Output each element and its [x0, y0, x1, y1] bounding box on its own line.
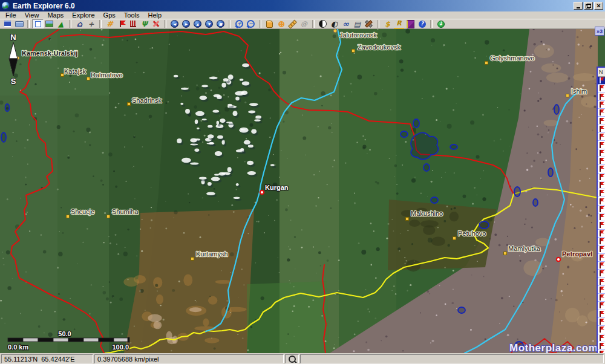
city-label: Shumiha	[112, 208, 139, 215]
menu-gps[interactable]: Gps	[99, 11, 120, 19]
app-globe-icon	[2, 2, 10, 10]
search-button[interactable]: ∞	[340, 19, 352, 28]
home-button[interactable]: ⌂	[74, 19, 85, 28]
placemark-item[interactable]	[598, 334, 605, 342]
placemark-item[interactable]	[598, 245, 605, 253]
menu-explore[interactable]: Explore	[68, 11, 99, 19]
placemark-item[interactable]	[598, 85, 605, 93]
placemark-item[interactable]	[598, 270, 605, 278]
print-button[interactable]	[13, 19, 25, 28]
add-city-button[interactable]	[127, 19, 139, 28]
placemark-item[interactable]	[598, 254, 605, 262]
pan-down-button[interactable]: ▼	[203, 19, 215, 28]
update-button[interactable]	[435, 19, 446, 28]
view-2d-button[interactable]	[32, 19, 44, 28]
city-marker	[87, 77, 90, 80]
add-route-button[interactable]: +	[85, 19, 97, 28]
view-3d-button[interactable]: ▲	[55, 19, 67, 28]
map-canvas[interactable]: Kamensk-UralskijKatajskDalmatovoShadrins…	[0, 29, 605, 353]
placemark-item[interactable]	[598, 197, 605, 205]
measure-button[interactable]	[287, 19, 298, 28]
view-image-icon	[44, 19, 54, 28]
grid-button[interactable]: #	[104, 19, 116, 28]
placemark-item[interactable]	[598, 230, 605, 238]
zoom-in-button[interactable]	[234, 19, 245, 28]
pan-left-button[interactable]: ◀	[169, 19, 180, 28]
title-bar[interactable]: Earth Explorer 6.0 ×	[0, 0, 605, 11]
add-railway-button[interactable]	[150, 19, 162, 28]
print-icon	[14, 19, 24, 28]
city-label: Katajsk	[64, 68, 87, 75]
placemark-item[interactable]	[598, 93, 605, 101]
menu-tools[interactable]: Tools	[120, 11, 144, 19]
placemark-item[interactable]	[598, 310, 605, 318]
add-flag-button[interactable]	[116, 19, 127, 28]
placemark-item[interactable]	[598, 165, 605, 173]
register-button[interactable]: R	[393, 19, 405, 28]
save-icon	[2, 19, 13, 28]
placemark-item[interactable]	[598, 294, 605, 302]
close-button[interactable]: ×	[594, 2, 603, 10]
placemark-item[interactable]	[598, 342, 605, 350]
pan-hand-button[interactable]	[264, 19, 275, 28]
placemark-item[interactable]	[598, 238, 605, 245]
restore-button[interactable]	[584, 2, 593, 10]
address-book-button[interactable]	[405, 19, 416, 28]
view-image-button[interactable]	[44, 19, 55, 28]
status-empty-cell	[300, 354, 604, 363]
placemark-item[interactable]	[598, 262, 605, 270]
placemark-item[interactable]	[598, 278, 605, 285]
placemark-item[interactable]	[598, 302, 605, 310]
menu-help[interactable]: Help	[143, 11, 166, 19]
placemark-item[interactable]	[598, 221, 605, 229]
contrast-button[interactable]: ◐	[329, 19, 340, 28]
placemark-item[interactable]	[598, 77, 605, 85]
placemark-item[interactable]	[598, 189, 605, 197]
pan-up-button[interactable]: ▲	[192, 19, 203, 28]
placemark-item[interactable]	[598, 157, 605, 165]
panel-collapse-icon[interactable]: »3	[595, 27, 604, 36]
currency-button[interactable]: $	[382, 19, 393, 28]
placemark-item[interactable]	[598, 149, 605, 157]
menu-file[interactable]: File	[1, 11, 21, 19]
placemark-item[interactable]	[598, 117, 605, 125]
placemark-item[interactable]	[598, 174, 605, 181]
flag-icon	[599, 230, 604, 236]
flag-icon	[599, 302, 604, 308]
placemark-item[interactable]	[598, 133, 605, 141]
help-button[interactable]	[416, 19, 428, 28]
placemark-item[interactable]	[598, 213, 605, 221]
placemark-item[interactable]	[598, 181, 605, 189]
status-bar: 55.11213'N 65.42442'E 0.39705688 km/pixe…	[0, 353, 605, 364]
pan-right-button[interactable]: ▶	[180, 19, 192, 28]
placemark-item[interactable]	[598, 101, 605, 109]
placemark-item[interactable]	[598, 109, 605, 117]
zoom-out-button[interactable]	[245, 19, 257, 28]
menu-view[interactable]: View	[21, 11, 44, 19]
placemark-panel[interactable]: N	[597, 67, 605, 364]
status-zoom-button[interactable]	[285, 354, 299, 363]
stop-button[interactable]: ■	[215, 19, 226, 28]
yin-yang-icon	[318, 19, 328, 28]
pan-up-icon: ▲	[194, 20, 201, 28]
placemark-item[interactable]	[598, 318, 605, 326]
placemark-item[interactable]	[598, 286, 605, 294]
flag-icon	[599, 294, 604, 301]
placemark-item[interactable]	[598, 125, 605, 133]
placemark-item[interactable]	[598, 206, 605, 213]
placemark-item[interactable]	[598, 326, 605, 334]
map-viewport[interactable]: Kamensk-UralskijKatajskDalmatovoShadrins…	[0, 29, 605, 353]
spiral-button[interactable]: @	[298, 19, 310, 28]
tools-button[interactable]	[363, 19, 374, 28]
menu-maps[interactable]: Maps	[43, 11, 68, 19]
yin-yang-button[interactable]	[317, 19, 329, 28]
flag-icon	[599, 287, 604, 293]
add-resort-button[interactable]: Ψ	[139, 19, 150, 28]
save-button[interactable]	[2, 19, 13, 28]
city-marker	[504, 252, 507, 255]
minimize-button[interactable]	[574, 2, 583, 10]
placemark-item[interactable]	[598, 141, 605, 149]
center-map-button[interactable]	[275, 19, 287, 28]
report-button[interactable]: ▤	[352, 19, 363, 28]
currency-icon: $	[382, 19, 393, 28]
